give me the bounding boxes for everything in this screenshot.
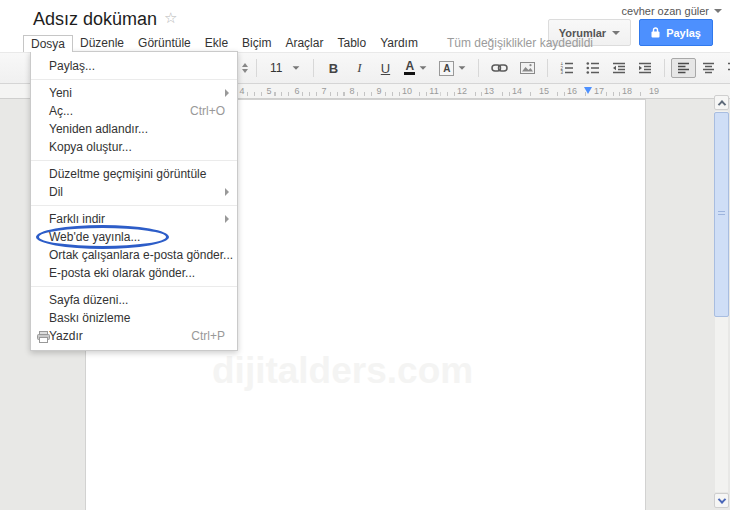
menu-item-kopya-olustur[interactable]: Kopya oluştur... — [31, 138, 237, 156]
italic-button[interactable]: I — [346, 56, 372, 80]
menu-item-duzeltme-gecmisi[interactable]: Düzeltme geçmişini görüntüle — [31, 165, 237, 183]
menu-goruntule[interactable]: Görüntüle — [131, 35, 198, 51]
menu-bicim[interactable]: Biçim — [235, 35, 278, 51]
underline-label: U — [378, 61, 392, 76]
bold-label: B — [326, 61, 340, 76]
outdent-button[interactable] — [606, 58, 632, 78]
menubar: Dosya Düzenle Görüntüle Ekle Biçim Araçl… — [23, 35, 593, 52]
font-size-value: 11 — [270, 61, 282, 75]
share-button[interactable]: Paylaş — [639, 19, 713, 46]
menu-item-dil[interactable]: Dil — [31, 183, 237, 201]
scroll-up-button[interactable] — [714, 95, 729, 110]
menu-item-farkli-indir[interactable]: Farklı indir — [31, 210, 237, 228]
chevron-up-icon — [717, 100, 725, 108]
align-right-button[interactable] — [721, 58, 730, 78]
font-size-select[interactable]: 11 — [263, 57, 307, 79]
thumb-grip — [718, 214, 725, 215]
menu-duzenle[interactable]: Düzenle — [73, 35, 131, 51]
star-icon[interactable]: ☆ — [164, 9, 177, 26]
menu-item-label: Yeniden adlandır... — [49, 122, 148, 136]
align-center-icon — [702, 62, 715, 74]
menu-item-sayfa-duzeni[interactable]: Sayfa düzeni... — [31, 291, 237, 309]
ruler-number: 17 — [592, 85, 606, 97]
printer-icon — [37, 330, 50, 348]
text-color-button[interactable]: A — [398, 57, 433, 79]
chevron-down-icon — [459, 66, 466, 69]
toolbar-separator — [478, 59, 479, 77]
menu-item-yeni[interactable]: Yeni — [31, 84, 237, 102]
toolbar-separator — [256, 59, 257, 77]
menu-item-label: Düzeltme geçmişini görüntüle — [49, 167, 206, 181]
menu-item-ortak-calisanlara-eposta[interactable]: Ortak çalışanlara e-posta gönder... — [31, 246, 237, 264]
menu-item-label: E-posta eki olarak gönder... — [49, 266, 195, 280]
menu-item-yazdir[interactable]: Yazdır Ctrl+P — [31, 327, 237, 345]
menu-ekle[interactable]: Ekle — [198, 35, 235, 51]
ruler-number: 18 — [620, 85, 634, 97]
ruler-number: 13 — [482, 85, 496, 97]
insert-image-button[interactable] — [514, 58, 541, 78]
submenu-arrow-icon — [225, 215, 229, 223]
ruler-number: 7 — [319, 85, 328, 97]
menu-item-eposta-eki[interactable]: E-posta eki olarak gönder... — [31, 264, 237, 282]
thumb-grip — [718, 211, 725, 212]
menu-item-label: Farklı indir — [49, 212, 105, 226]
menu-tablo[interactable]: Tablo — [330, 35, 373, 51]
lock-icon — [651, 27, 660, 38]
ruler-number: 9 — [374, 85, 383, 97]
menu-item-label: Sayfa düzeni... — [49, 293, 128, 307]
menu-dosya[interactable]: Dosya — [23, 35, 73, 52]
numbered-list-icon: 123 — [560, 62, 574, 74]
ruler-number: 19 — [647, 85, 661, 97]
align-left-icon — [677, 62, 690, 74]
menu-item-webde-yayinla[interactable]: Web'de yayınla... — [31, 228, 237, 246]
ruler-number: 11 — [427, 85, 440, 97]
menu-yardim[interactable]: Yardım — [373, 35, 425, 51]
bold-button[interactable]: B — [320, 57, 346, 80]
ruler-number: 14 — [510, 85, 524, 97]
align-center-button[interactable] — [696, 58, 721, 78]
image-icon — [520, 62, 535, 74]
scroll-down-button[interactable] — [714, 493, 729, 508]
menu-item-label: Baskı önizleme — [49, 311, 130, 325]
link-icon — [491, 63, 508, 73]
right-indent-marker[interactable] — [584, 87, 592, 94]
outdent-icon — [612, 62, 626, 74]
ruler-number: 10 — [400, 85, 414, 97]
menu-item-ac[interactable]: Aç...Ctrl+O — [31, 102, 237, 120]
toolbar-separator — [664, 59, 665, 77]
ruler-number: 8 — [347, 85, 356, 97]
bulleted-list-button[interactable] — [580, 58, 606, 78]
ruler-number: 6 — [292, 85, 301, 97]
menu-araclar[interactable]: Araçlar — [278, 35, 330, 51]
file-menu-dropdown: Paylaş... Yeni Aç...Ctrl+O Yeniden adlan… — [30, 51, 238, 351]
vertical-scrollbar[interactable] — [714, 95, 729, 508]
menu-shortcut: Ctrl+O — [190, 102, 225, 120]
scrollbar-thumb[interactable] — [714, 112, 729, 317]
menu-item-baski-onizleme[interactable]: Baskı önizleme — [31, 309, 237, 327]
indent-button[interactable] — [632, 58, 658, 78]
font-spinner-icon[interactable] — [240, 60, 250, 76]
toolbar-separator — [547, 59, 548, 77]
underline-button[interactable]: U — [372, 57, 398, 80]
menu-item-label: Yazdır — [49, 329, 83, 343]
numbered-list-button[interactable]: 123 — [554, 58, 580, 78]
menu-item-paylas[interactable]: Paylaş... — [31, 57, 237, 75]
save-status: Tüm değişiklikler kaydedildi — [447, 35, 593, 52]
menu-separator — [31, 79, 237, 80]
page-title[interactable]: Adsız doküman☆ — [33, 9, 178, 30]
menu-item-label: Dil — [49, 185, 63, 199]
highlight-color-button[interactable]: A — [433, 57, 472, 80]
share-label: Paylaş — [666, 27, 701, 39]
ruler-number: 12 — [455, 85, 469, 97]
align-left-button[interactable] — [671, 58, 696, 78]
menu-item-label: Ortak çalışanlara e-posta gönder... — [49, 248, 233, 262]
insert-link-button[interactable] — [485, 59, 514, 77]
chevron-down-icon — [293, 66, 300, 69]
account-menu[interactable]: cevher ozan güler — [622, 5, 722, 17]
chevron-down-icon — [717, 495, 725, 503]
doc-title-text[interactable]: Adsız doküman — [33, 9, 157, 29]
menu-item-yeniden-adlandir[interactable]: Yeniden adlandır... — [31, 120, 237, 138]
chevron-down-icon — [612, 31, 620, 35]
menu-item-label: Yeni — [49, 86, 72, 100]
bulleted-list-icon — [586, 62, 600, 74]
